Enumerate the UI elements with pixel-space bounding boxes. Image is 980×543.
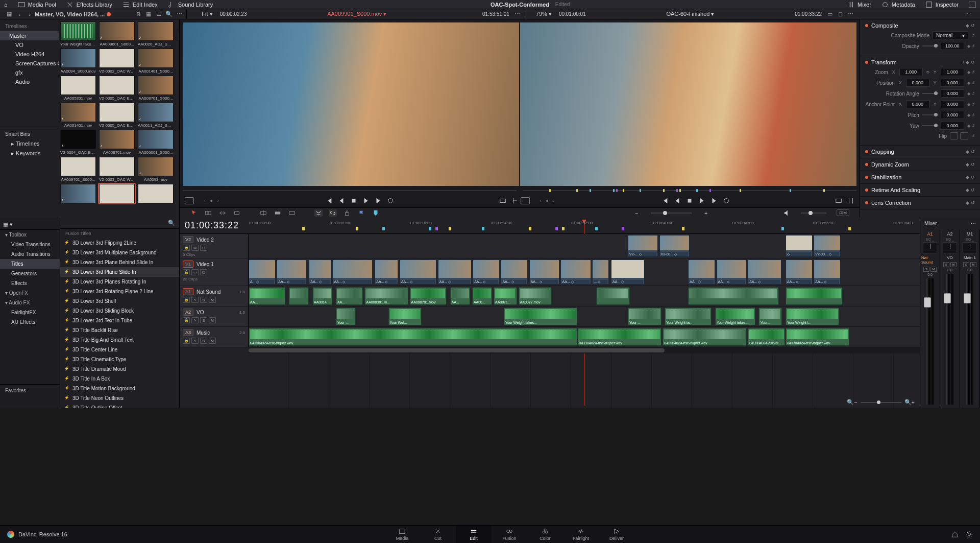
marker-icon[interactable] <box>372 209 380 217</box>
media-thumb[interactable]: ♪AA001401.mov <box>60 103 96 128</box>
video-clip[interactable]: AA... ◇ <box>375 259 398 285</box>
pitch-slider[interactable] <box>922 114 938 115</box>
v2-enable[interactable]: ◻ <box>200 245 207 251</box>
tl-zoom-out[interactable]: 🔍− <box>847 399 857 406</box>
media-thumb[interactable]: ♪ <box>99 184 135 204</box>
fx-title-item[interactable]: 3D Lower 3rd Rotating Plane 2 Line <box>60 287 179 296</box>
media-thumb[interactable]: ♪V2-0003_OAC We... <box>99 157 135 182</box>
fx-group[interactable]: ▾ Toolbox <box>0 230 60 240</box>
timeline-marker[interactable] <box>382 227 385 230</box>
video-clip[interactable]: ... ◇ <box>592 259 609 285</box>
video-clip[interactable]: AA... ◇ <box>560 259 591 285</box>
page-color[interactable]: Color <box>527 526 563 543</box>
page-edit[interactable]: Edit <box>456 526 492 543</box>
video-clip[interactable]: AA... ◇ <box>529 259 559 285</box>
fx-group[interactable]: ▾ Audio FX <box>0 298 60 308</box>
fx-title-item[interactable]: 3D Lower 3rd Sliding Block <box>60 306 179 316</box>
timeline-marker[interactable] <box>449 227 451 230</box>
audio-clip[interactable]: 043304024-rise-higher.wav <box>786 328 849 346</box>
fullscreen-icon[interactable] <box>969 2 976 8</box>
audio-clip[interactable]: Your... <box>758 308 782 325</box>
lock-icon[interactable] <box>343 209 351 217</box>
pgm-loop-icon[interactable] <box>723 197 730 204</box>
audio-clip[interactable]: AA... <box>249 287 285 305</box>
zoom-slider[interactable] <box>651 213 692 214</box>
timeline-marker[interactable] <box>356 227 358 230</box>
pgm-next-icon[interactable] <box>710 197 718 204</box>
yaw-slider[interactable] <box>922 125 938 126</box>
timeline-marker[interactable] <box>781 227 784 230</box>
a1-curve[interactable]: ∿ <box>191 297 199 303</box>
source-viewer[interactable] <box>183 22 519 186</box>
fx-title-item[interactable]: 3D Lower 3rd Text In Tube <box>60 316 179 325</box>
fx-title-item[interactable]: 3D Title Backlit Rise <box>60 325 179 335</box>
pgm-match-icon[interactable] <box>835 197 842 204</box>
timeline-marker[interactable] <box>302 227 305 230</box>
src-loop-icon[interactable] <box>387 197 394 204</box>
fx-title-item[interactable]: 3D Title Center Line <box>60 345 179 355</box>
fx-category[interactable]: Titles <box>0 259 60 269</box>
mixer-channel[interactable]: M1EQ ⎯Main 1SM0.0 <box>960 229 980 408</box>
media-thumb[interactable]: ♪AA0011_ADJ_S000... <box>137 103 174 128</box>
anchor-y[interactable]: 0.000 <box>941 100 964 108</box>
blade-tool-icon[interactable] <box>233 209 241 217</box>
nav-fwd-icon[interactable]: › <box>26 10 34 18</box>
list-view-icon[interactable]: ☰ <box>155 10 163 18</box>
src-fit[interactable]: Fit ▾ <box>202 11 212 17</box>
src-next-icon[interactable] <box>375 197 382 204</box>
mute-button[interactable]: M <box>930 267 937 272</box>
src-match-icon[interactable] <box>499 197 506 204</box>
timeline-marker[interactable] <box>562 227 565 230</box>
timeline-marker[interactable] <box>622 227 624 230</box>
timeline-marker[interactable] <box>435 227 438 230</box>
a2-mute[interactable]: M <box>209 317 216 323</box>
fader[interactable] <box>946 274 947 405</box>
timeline-marker[interactable] <box>595 227 598 230</box>
trim-tool-icon[interactable] <box>204 209 212 217</box>
panel-toggle-icon[interactable]: ▦ ▾ <box>3 221 13 228</box>
fx-search-icon[interactable]: 🔍 <box>168 220 175 226</box>
a1-mute[interactable]: M <box>209 297 216 303</box>
a3-solo[interactable]: S <box>200 338 207 344</box>
a2-lock[interactable]: 🔒 <box>183 317 190 323</box>
solo-button[interactable]: S <box>923 267 929 272</box>
a3-lock[interactable]: 🔒 <box>183 338 190 344</box>
dim-button[interactable]: DIM <box>837 209 849 216</box>
pan-control[interactable] <box>963 242 977 253</box>
audio-clip[interactable]: AA0077.mov <box>519 287 552 305</box>
opacity-value[interactable]: 100.00 <box>941 42 964 50</box>
flag-icon[interactable] <box>357 209 365 217</box>
pan-control[interactable] <box>923 242 937 253</box>
src-clip-name[interactable]: AA009901_S000.mov ▾ <box>327 11 386 17</box>
pos-x[interactable]: 0.000 <box>906 79 929 87</box>
pgm-mark-icon[interactable] <box>847 197 854 204</box>
tl-zoom-slider[interactable] <box>861 402 901 403</box>
fx-title-item[interactable]: 3D Title Big And Small Text <box>60 335 179 345</box>
mute-button[interactable]: M <box>970 262 976 267</box>
audio-clip[interactable]: Your Weight takes... <box>504 308 578 325</box>
audio-clip[interactable]: Your ... <box>628 308 662 325</box>
fx-title-item[interactable]: 3D Title Cinematic Type <box>60 355 179 364</box>
page-cut[interactable]: Cut <box>420 526 456 543</box>
page-media[interactable]: Media <box>384 526 420 543</box>
src-scrubber[interactable] <box>183 189 517 194</box>
timeline-marker[interactable] <box>682 227 684 230</box>
a1-solo[interactable]: S <box>200 297 207 303</box>
video-clip[interactable]: A... ◇ <box>249 259 276 285</box>
src-prev-icon[interactable] <box>338 197 345 204</box>
bin-view-icon[interactable]: ▦ <box>5 10 13 18</box>
zoom-x[interactable]: 1.000 <box>899 68 923 76</box>
audio-clip[interactable]: AA008301.m... <box>364 287 408 305</box>
fx-title-item[interactable]: 3D Title Outline Offset <box>60 403 179 408</box>
snap-icon[interactable] <box>314 209 323 217</box>
audio-clip[interactable]: AA0071... <box>494 287 517 305</box>
pgm-first-icon[interactable] <box>662 197 669 204</box>
video-clip[interactable]: ◇ <box>786 235 813 257</box>
video-clip[interactable]: AA... ◇ <box>473 259 500 285</box>
fx-title-item[interactable]: 3D Lower 3rd Shelf <box>60 296 179 306</box>
audio-clip[interactable]: Your Weight takes... <box>715 308 755 325</box>
zoom-y[interactable]: 1.000 <box>941 68 964 76</box>
fx-title-item[interactable]: 3D Lower 3rd Multiplane Background <box>60 248 179 257</box>
flip-h-button[interactable] <box>950 132 958 139</box>
v1-lock[interactable]: 🔒 <box>183 269 190 275</box>
